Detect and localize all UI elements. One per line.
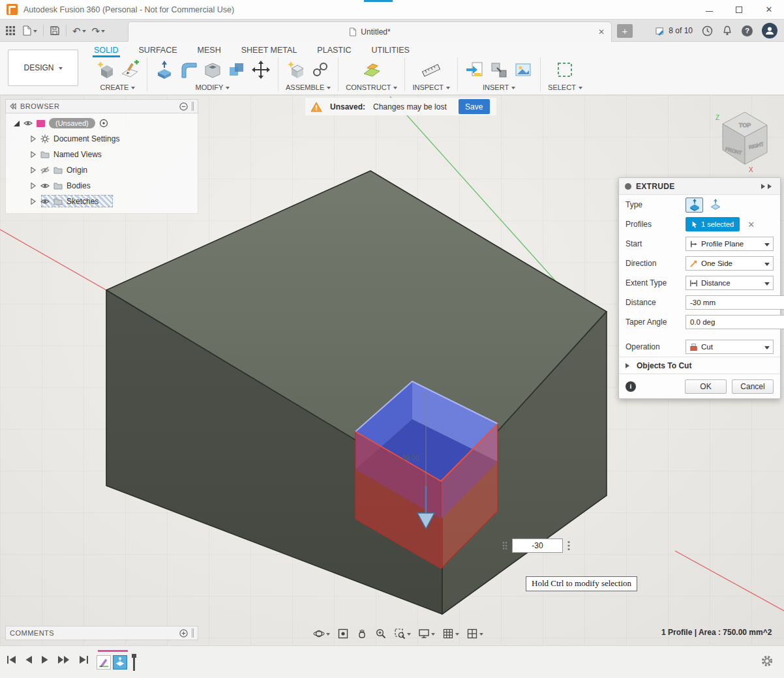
visibility-off-icon[interactable] xyxy=(40,166,50,175)
objects-to-cut-section[interactable]: Objects To Cut xyxy=(619,357,780,374)
tab-utilities[interactable]: UTILITIES xyxy=(370,44,410,56)
workspace-switcher[interactable]: DESIGN xyxy=(8,50,78,86)
insert-svg-icon[interactable] xyxy=(465,60,485,80)
panel-grip[interactable] xyxy=(192,102,194,111)
maximize-button[interactable] xyxy=(724,0,754,19)
activate-target-icon[interactable] xyxy=(99,119,108,128)
tree-item-label[interactable]: Named Views xyxy=(53,150,102,159)
direction-select[interactable]: One Side xyxy=(686,256,774,271)
zoom-button[interactable] xyxy=(375,628,387,640)
circle-minus-icon[interactable] xyxy=(179,102,188,111)
app-grid-button[interactable] xyxy=(5,25,16,36)
taper-angle-input[interactable] xyxy=(686,315,784,329)
tab-plastic[interactable]: PLASTIC xyxy=(316,44,352,56)
distance-input[interactable] xyxy=(686,295,784,310)
visibility-eye-icon[interactable] xyxy=(40,197,50,206)
visibility-eye-icon[interactable] xyxy=(40,181,50,190)
grid-settings-button[interactable] xyxy=(442,628,459,640)
joint-icon[interactable] xyxy=(310,60,330,80)
extent-type-select[interactable]: Distance xyxy=(686,276,774,290)
dialog-collapse-button[interactable] xyxy=(761,184,774,189)
group-create-label[interactable]: CREATE xyxy=(100,83,136,91)
zoom-window-button[interactable] xyxy=(394,628,411,640)
undo-button[interactable]: ↶ xyxy=(72,26,86,36)
insert-derive-icon[interactable] xyxy=(489,60,509,80)
tab-mesh[interactable]: MESH xyxy=(196,44,222,56)
view-cube[interactable]: TOP FRONT RIGHT Z X xyxy=(716,112,767,173)
tree-item-origin[interactable]: Origin xyxy=(6,162,198,178)
new-solid-icon[interactable] xyxy=(96,60,115,80)
panel-grip[interactable] xyxy=(192,628,194,638)
timeline-settings-button[interactable] xyxy=(761,655,774,668)
skip-to-start-button[interactable] xyxy=(7,655,16,664)
look-at-button[interactable] xyxy=(337,628,349,640)
clear-selection-button[interactable]: ✕ xyxy=(747,220,755,229)
inline-distance-input[interactable] xyxy=(512,538,563,553)
pan-button[interactable] xyxy=(356,628,368,640)
measure-icon[interactable] xyxy=(421,60,441,80)
group-select-label[interactable]: SELECT xyxy=(548,83,582,91)
browser-header[interactable]: BROWSER xyxy=(5,99,198,113)
tab-sheet-metal[interactable]: SHEET METAL xyxy=(240,44,299,56)
cancel-button[interactable]: Cancel xyxy=(732,379,774,394)
caret-right-icon[interactable] xyxy=(29,182,37,190)
timeline-sketch-feature[interactable] xyxy=(97,655,111,670)
new-component-icon[interactable] xyxy=(286,60,306,80)
timeline-extrude-feature[interactable] xyxy=(113,655,127,670)
display-settings-button[interactable] xyxy=(418,628,435,640)
browser-root-row[interactable]: (Unsaved) xyxy=(6,115,198,131)
resize-handle-icon[interactable] xyxy=(14,121,20,126)
circle-plus-icon[interactable] xyxy=(179,629,188,638)
dialog-header[interactable]: EXTRUDE xyxy=(619,178,780,195)
caret-right-icon[interactable] xyxy=(29,135,37,143)
press-pull-icon[interactable] xyxy=(155,60,174,80)
drag-handle-icon[interactable] xyxy=(502,541,507,550)
combine-icon[interactable] xyxy=(227,60,247,80)
step-forward-button[interactable] xyxy=(57,655,70,664)
skip-to-end-button[interactable] xyxy=(79,655,89,664)
tab-close-button[interactable]: ✕ xyxy=(598,27,605,37)
tree-item-label[interactable]: Origin xyxy=(67,166,87,175)
orbit-button[interactable] xyxy=(313,628,330,640)
ok-button[interactable]: OK xyxy=(685,379,727,394)
job-status[interactable]: 8 of 10 xyxy=(656,26,693,36)
minimize-button[interactable] xyxy=(694,0,724,19)
type-extrude-button[interactable] xyxy=(686,198,703,213)
play-button[interactable] xyxy=(41,655,49,664)
fillet-icon[interactable] xyxy=(179,60,198,80)
group-inspect-label[interactable]: INSPECT xyxy=(412,83,450,91)
redo-button[interactable]: ↷ xyxy=(92,26,106,36)
caret-right-icon[interactable] xyxy=(29,151,37,158)
tree-item-label[interactable]: Document Settings xyxy=(53,134,119,143)
group-insert-label[interactable]: INSERT xyxy=(483,83,515,91)
tree-item-bodies[interactable]: Bodies xyxy=(6,178,198,194)
shell-icon[interactable] xyxy=(203,60,222,80)
canvas-icon[interactable] xyxy=(513,60,533,80)
close-button[interactable]: ✕ xyxy=(754,0,784,19)
caret-right-icon[interactable] xyxy=(29,198,37,205)
step-back-button[interactable] xyxy=(25,655,33,664)
kebab-menu-icon[interactable] xyxy=(567,540,570,551)
construct-plane-icon[interactable] xyxy=(362,60,382,80)
operation-select[interactable]: Cut xyxy=(686,340,774,354)
move-icon[interactable] xyxy=(251,60,271,80)
profiles-selected-chip[interactable]: 1 selected xyxy=(686,217,740,231)
visibility-eye-icon[interactable] xyxy=(23,119,33,128)
new-tab-button[interactable]: + xyxy=(617,24,633,38)
tree-item-label[interactable]: Sketches xyxy=(67,197,98,206)
tree-item-named-views[interactable]: Named Views xyxy=(6,147,198,162)
comments-header[interactable]: COMMENTS xyxy=(5,626,198,640)
select-icon[interactable] xyxy=(555,60,575,80)
save-button[interactable] xyxy=(50,25,60,36)
help-button[interactable]: ? xyxy=(742,25,753,37)
group-construct-label[interactable]: CONSTRUCT xyxy=(346,83,397,91)
tree-item-label[interactable]: Bodies xyxy=(67,181,91,190)
create-sketch-icon[interactable] xyxy=(120,60,140,80)
avatar[interactable] xyxy=(762,23,777,38)
timeline-playhead[interactable] xyxy=(133,654,135,671)
tree-item-sketches[interactable]: Sketches xyxy=(6,194,198,209)
tab-surface[interactable]: SURFACE xyxy=(138,44,179,56)
group-modify-label[interactable]: MODIFY xyxy=(196,83,230,91)
history-button[interactable] xyxy=(702,25,713,37)
tree-item-document-settings[interactable]: Document Settings xyxy=(6,131,198,147)
